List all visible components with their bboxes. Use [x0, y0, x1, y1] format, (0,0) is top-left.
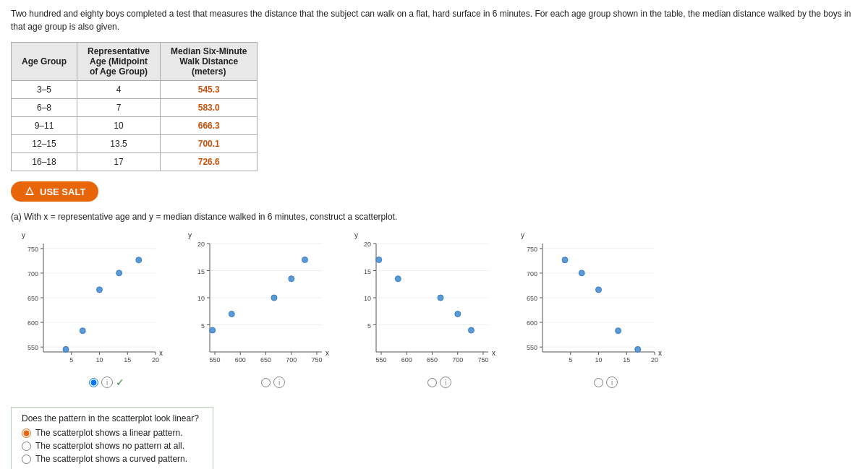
svg-text:700: 700	[27, 270, 38, 277]
cell-age-group: 12–15	[12, 135, 77, 153]
svg-point-30	[116, 270, 122, 276]
svg-point-61	[289, 276, 294, 282]
cell-distance: 726.6	[161, 153, 258, 171]
scatter-radio-2[interactable]	[427, 378, 437, 387]
svg-point-124	[616, 328, 621, 334]
info-icon[interactable]: i	[440, 377, 451, 388]
table-row: 9–11 10 666.3	[12, 117, 258, 135]
svg-text:15: 15	[197, 268, 205, 275]
svg-text:600: 600	[27, 319, 38, 327]
svg-text:550: 550	[527, 344, 537, 351]
svg-point-89	[376, 257, 382, 263]
use-salt-label: USE SALT	[40, 186, 85, 197]
scatter-radio-3[interactable]	[594, 378, 603, 387]
cell-midpoint: 17	[77, 153, 161, 171]
svg-text:600: 600	[235, 356, 246, 363]
selected-checkmark: ✓	[116, 377, 124, 388]
svg-text:y: y	[188, 231, 192, 239]
radio-input-2[interactable]	[22, 455, 31, 464]
svg-text:650: 650	[527, 295, 537, 302]
info-icon[interactable]: i	[101, 377, 113, 388]
cell-age-group: 16–18	[12, 153, 77, 171]
salt-icon	[24, 186, 35, 197]
svg-text:10: 10	[197, 295, 205, 302]
data-table: Age Group RepresentativeAge (Midpointof …	[11, 42, 258, 171]
cell-distance: 700.1	[161, 135, 258, 153]
svg-text:650: 650	[260, 356, 271, 363]
scatter-plot-3: 5506006507007505101520yxi	[510, 229, 669, 388]
linear-question-section: Does the pattern in the scatterplot look…	[11, 401, 857, 469]
svg-text:750: 750	[27, 246, 38, 253]
svg-text:5: 5	[69, 356, 73, 363]
svg-text:700: 700	[286, 356, 297, 363]
svg-point-28	[80, 328, 85, 334]
scatter-radio-0[interactable]	[89, 378, 98, 387]
svg-text:700: 700	[452, 356, 463, 363]
svg-text:650: 650	[427, 356, 438, 363]
svg-text:y: y	[354, 231, 358, 239]
scatter-svg-1: 5101520550600650700750yx	[177, 229, 336, 374]
radio-label-1: The scatterplot shows no pattern at all.	[35, 441, 184, 451]
svg-point-60	[271, 295, 277, 301]
table-row: 6–8 7 583.0	[12, 99, 258, 117]
svg-point-31	[136, 257, 142, 263]
cell-midpoint: 7	[77, 99, 161, 117]
info-icon[interactable]: i	[273, 377, 285, 388]
cell-midpoint: 13.5	[77, 135, 161, 153]
svg-point-122	[579, 270, 584, 276]
svg-text:20: 20	[364, 241, 371, 248]
svg-text:20: 20	[651, 356, 658, 363]
svg-point-29	[97, 287, 103, 293]
svg-text:700: 700	[527, 270, 537, 277]
radio-label-0: The scatterplot shows a linear pattern.	[35, 428, 182, 438]
svg-text:x: x	[658, 349, 662, 357]
use-salt-button[interactable]: USE SALT	[11, 181, 98, 202]
radio-option-2: The scatterplot shows a curved pattern.	[22, 454, 203, 464]
svg-point-59	[229, 311, 234, 317]
svg-text:600: 600	[527, 319, 537, 327]
svg-text:550: 550	[376, 356, 387, 363]
scatter-plot-1: 5101520550600650700750yxi	[177, 229, 336, 388]
svg-text:750: 750	[477, 356, 488, 363]
part-a-label: (a) With x = representative age and y = …	[11, 212, 857, 222]
linear-question: Does the pattern in the scatterplot look…	[22, 413, 203, 423]
svg-point-58	[210, 327, 216, 333]
svg-point-93	[468, 327, 474, 333]
cell-age-group: 9–11	[12, 117, 77, 135]
scatter-plot-0: 5506006507007505101520yxi✓	[11, 229, 170, 388]
radio-option-1: The scatterplot shows no pattern at all.	[22, 441, 203, 451]
svg-point-90	[395, 276, 401, 282]
svg-text:20: 20	[152, 356, 159, 363]
cell-midpoint: 4	[77, 81, 161, 99]
svg-point-92	[455, 311, 461, 317]
radio-input-0[interactable]	[22, 429, 31, 438]
table-row: 3–5 4 545.3	[12, 81, 258, 99]
cell-distance: 666.3	[161, 117, 258, 135]
table-row: 16–18 17 726.6	[12, 153, 258, 171]
table-row: 12–15 13.5 700.1	[12, 135, 258, 153]
cell-distance: 583.0	[161, 99, 258, 117]
scatter-radio-1[interactable]	[261, 378, 271, 387]
radio-input-1[interactable]	[22, 442, 31, 451]
svg-text:x: x	[492, 349, 495, 357]
info-icon[interactable]: i	[606, 377, 618, 388]
svg-point-27	[63, 346, 69, 352]
svg-text:15: 15	[623, 356, 630, 363]
svg-text:20: 20	[197, 241, 205, 248]
svg-text:15: 15	[364, 268, 371, 275]
svg-text:550: 550	[27, 344, 38, 351]
col-header-rep-age: RepresentativeAge (Midpointof Age Group)	[77, 43, 161, 81]
cell-age-group: 3–5	[12, 81, 77, 99]
cell-midpoint: 10	[77, 117, 161, 135]
svg-text:y: y	[22, 231, 25, 239]
svg-text:5: 5	[569, 356, 572, 363]
svg-text:650: 650	[27, 295, 38, 302]
svg-text:10: 10	[95, 356, 103, 363]
scatter-svg-3: 5506006507007505101520yx	[510, 229, 669, 374]
svg-text:5: 5	[367, 322, 371, 330]
svg-text:750: 750	[527, 246, 537, 253]
cell-distance: 545.3	[161, 81, 258, 99]
scatter-plots-row: 5506006507007505101520yxi✓51015205506006…	[11, 229, 857, 388]
scatter-svg-0: 5506006507007505101520yx	[11, 229, 170, 374]
col-header-age-group: Age Group	[12, 43, 77, 81]
